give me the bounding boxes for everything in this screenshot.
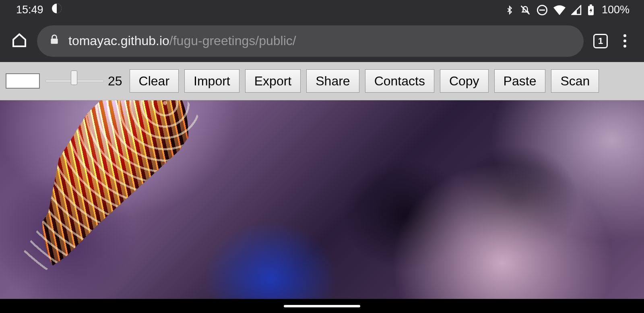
battery-icon xyxy=(587,4,594,16)
address-bar[interactable]: tomayac.github.io/fugu-greetings/public/ xyxy=(37,25,584,57)
home-icon[interactable] xyxy=(11,32,27,50)
battery-percent: 100% xyxy=(602,4,630,16)
url-host: tomayac.github.io xyxy=(68,33,169,48)
wifi-icon xyxy=(553,5,566,15)
status-clock: 15:49 xyxy=(16,4,43,16)
copy-button[interactable]: Copy xyxy=(440,69,489,93)
do-not-disturb-icon xyxy=(537,4,548,16)
brush-size-value: 25 xyxy=(108,74,122,89)
gesture-handle[interactable] xyxy=(284,305,360,307)
contacts-button[interactable]: Contacts xyxy=(365,69,434,93)
drawing-canvas[interactable] xyxy=(0,100,644,299)
brush-size-slider[interactable] xyxy=(45,80,104,82)
bluetooth-icon xyxy=(505,4,514,16)
paste-button[interactable]: Paste xyxy=(494,69,546,93)
color-picker[interactable] xyxy=(6,73,40,89)
scan-button[interactable]: Scan xyxy=(551,69,599,93)
data-saver-icon xyxy=(52,3,62,17)
tab-count: 1 xyxy=(598,36,603,46)
dnd-mute-icon xyxy=(520,4,531,16)
import-button[interactable]: Import xyxy=(184,69,239,93)
canvas-image-content xyxy=(17,100,208,299)
lock-icon xyxy=(49,33,60,49)
cell-signal-icon xyxy=(571,5,582,15)
browser-menu-button[interactable] xyxy=(617,34,632,48)
svg-rect-5 xyxy=(51,38,58,44)
share-button[interactable]: Share xyxy=(306,69,359,93)
android-status-bar: 15:49 100% xyxy=(0,0,644,20)
svg-rect-4 xyxy=(590,4,592,6)
tab-switcher-button[interactable]: 1 xyxy=(593,34,608,48)
clear-button[interactable]: Clear xyxy=(130,69,179,93)
browser-toolbar: tomayac.github.io/fugu-greetings/public/… xyxy=(0,20,644,62)
export-button[interactable]: Export xyxy=(245,69,301,93)
url-text: tomayac.github.io/fugu-greetings/public/ xyxy=(68,33,296,48)
url-path: /fugu-greetings/public/ xyxy=(169,33,296,48)
android-navigation-bar xyxy=(0,299,644,313)
app-toolbar: 25 Clear Import Export Share Contacts Co… xyxy=(0,62,644,100)
